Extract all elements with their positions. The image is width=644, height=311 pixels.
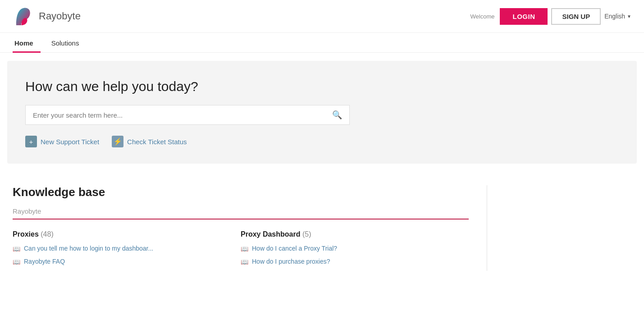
hero-title: How can we help you today? — [25, 79, 619, 94]
kb-link-text: How do I purchase proxies? — [252, 258, 330, 265]
list-item[interactable]: 📖 How do I cancel a Proxy Trial? — [241, 245, 469, 252]
login-button[interactable]: LOGIN — [500, 8, 548, 25]
check-ticket-label: Check Ticket Status — [127, 138, 187, 146]
new-support-ticket-link[interactable]: + New Support Ticket — [25, 136, 99, 147]
header: Rayobyte Welcome LOGIN SIGN UP English ▼ — [0, 0, 644, 33]
search-icon: 🔍 — [332, 110, 342, 120]
proxy-dashboard-count: (5) — [302, 230, 311, 238]
search-input[interactable] — [33, 111, 332, 119]
header-top-row: Welcome LOGIN SIGN UP English ▼ — [470, 8, 631, 25]
logo-area: Rayobyte — [13, 5, 81, 27]
check-ticket-icon: ⚡ — [112, 136, 123, 147]
hero-section: How can we help you today? 🔍 + New Suppo… — [7, 61, 637, 164]
book-icon: 📖 — [13, 258, 20, 265]
chevron-down-icon: ▼ — [627, 14, 631, 19]
kb-link-text: Can you tell me how to login to my dashb… — [24, 245, 153, 252]
search-box: 🔍 — [25, 105, 350, 125]
book-icon: 📖 — [13, 245, 20, 252]
nav-item-home[interactable]: Home — [13, 33, 41, 52]
kb-link-text: How do I cancel a Proxy Trial? — [252, 245, 337, 252]
proxies-count: (48) — [41, 230, 53, 238]
book-icon: 📖 — [241, 245, 248, 252]
kb-col-proxy-dashboard: Proxy Dashboard (5) 📖 How do I cancel a … — [241, 230, 469, 271]
list-item[interactable]: 📖 Can you tell me how to login to my das… — [13, 245, 241, 252]
kb-main: Knowledge base Rayobyte Proxies (48) 📖 C… — [13, 185, 487, 271]
list-item[interactable]: 📖 How do I purchase proxies? — [241, 258, 469, 265]
kb-col-proxies: Proxies (48) 📖 Can you tell me how to lo… — [13, 230, 241, 271]
header-right: Welcome LOGIN SIGN UP English ▼ — [470, 8, 631, 25]
kb-col-proxy-dashboard-title: Proxy Dashboard (5) — [241, 230, 469, 238]
ticket-actions: + New Support Ticket ⚡ Check Ticket Stat… — [25, 136, 619, 147]
knowledge-base-section: Knowledge base Rayobyte Proxies (48) 📖 C… — [0, 172, 644, 284]
language-selector[interactable]: English ▼ — [604, 13, 631, 20]
language-label: English — [604, 13, 625, 20]
rayobyte-logo-icon — [13, 5, 34, 27]
book-icon: 📖 — [241, 258, 248, 265]
kb-category-label: Rayobyte — [13, 207, 469, 220]
kb-link-text: Rayobyte FAQ — [24, 258, 65, 265]
welcome-label: Welcome — [470, 13, 495, 20]
kb-col-proxies-title: Proxies (48) — [13, 230, 241, 238]
nav-item-solutions[interactable]: Solutions — [50, 33, 87, 52]
kb-title: Knowledge base — [13, 185, 469, 199]
logo-text: Rayobyte — [39, 10, 81, 22]
main-nav: Home Solutions — [0, 33, 644, 53]
new-ticket-label: New Support Ticket — [41, 138, 99, 146]
signup-button[interactable]: SIGN UP — [551, 8, 601, 25]
check-ticket-status-link[interactable]: ⚡ Check Ticket Status — [112, 136, 187, 147]
kb-sidebar — [487, 185, 631, 271]
list-item[interactable]: 📖 Rayobyte FAQ — [13, 258, 241, 265]
new-ticket-icon: + — [25, 136, 37, 147]
kb-columns: Proxies (48) 📖 Can you tell me how to lo… — [13, 230, 469, 271]
